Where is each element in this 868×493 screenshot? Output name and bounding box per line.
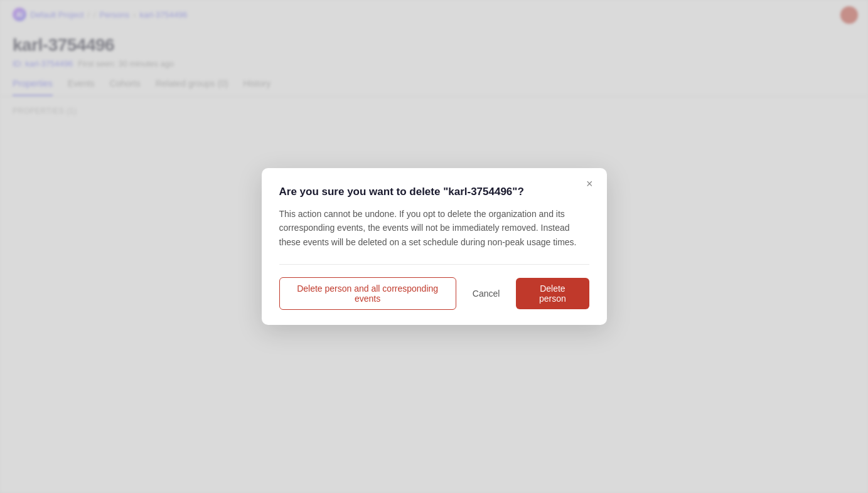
delete-person-button[interactable]: Delete person (516, 278, 589, 309)
delete-events-button[interactable]: Delete person and all corresponding even… (279, 277, 456, 310)
cancel-button[interactable]: Cancel (463, 283, 510, 304)
modal-divider (279, 264, 589, 265)
modal-overlay: × Are you sure you want to delete "karl-… (0, 0, 868, 493)
modal-body: This action cannot be undone. If you opt… (279, 207, 589, 249)
modal-actions: Delete person and all corresponding even… (279, 277, 589, 310)
modal-title: Are you sure you want to delete "karl-37… (279, 186, 589, 198)
delete-modal: × Are you sure you want to delete "karl-… (262, 168, 607, 325)
modal-close-button[interactable]: × (582, 177, 597, 191)
